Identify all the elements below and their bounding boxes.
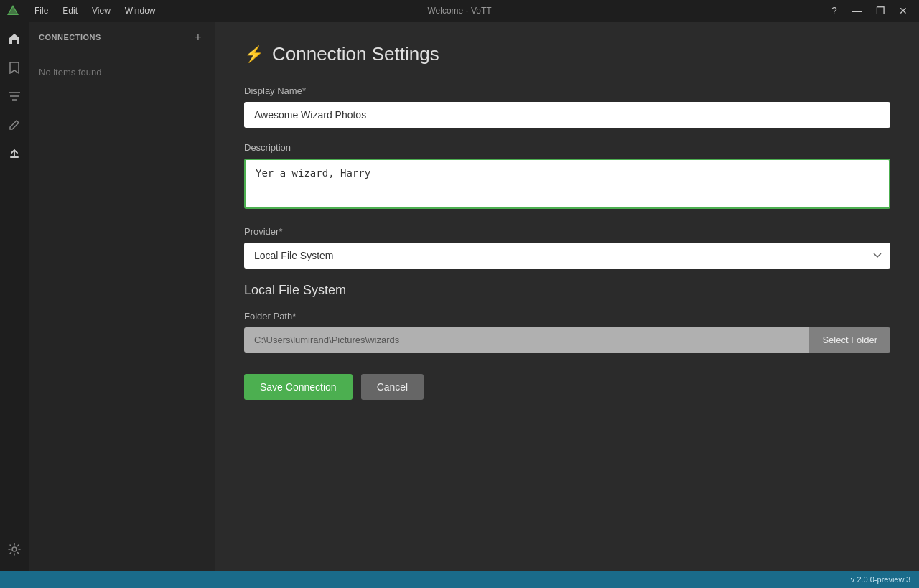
page-title: Connection Settings <box>272 43 439 65</box>
sidebar-filter-btn[interactable] <box>1 83 27 109</box>
folder-path-group: Folder Path* Select Folder <box>244 311 890 353</box>
version-text: v 2.0.0-preview.3 <box>851 575 910 584</box>
panel-sidebar-empty: No items found <box>29 52 215 92</box>
form-actions: Save Connection Cancel <box>244 374 890 400</box>
display-name-group: Display Name* <box>244 85 890 128</box>
description-textarea[interactable] <box>244 159 890 209</box>
main-layout: CONNECTIONS + No items found ⚡ Connectio… <box>0 22 919 571</box>
menu-file[interactable]: File <box>29 3 54 19</box>
menu-bar: File Edit View Window <box>29 3 162 19</box>
menu-view[interactable]: View <box>86 3 116 19</box>
description-group: Description <box>244 142 890 212</box>
description-label: Description <box>244 142 890 153</box>
maximize-button[interactable]: ❐ <box>870 3 890 19</box>
display-name-label: Display Name* <box>244 85 890 96</box>
status-bar: v 2.0.0-preview.3 <box>0 571 919 588</box>
menu-window[interactable]: Window <box>119 3 162 19</box>
help-button[interactable]: ? <box>824 3 844 19</box>
display-name-input[interactable] <box>244 102 890 128</box>
panel-sidebar-add-btn[interactable]: + <box>191 30 205 45</box>
folder-path-label: Folder Path* <box>244 311 890 322</box>
save-connection-button[interactable]: Save Connection <box>244 374 353 400</box>
menu-edit[interactable]: Edit <box>57 3 83 19</box>
svg-rect-5 <box>10 156 19 158</box>
svg-point-6 <box>12 547 17 551</box>
sidebar-bookmark-btn[interactable] <box>1 55 27 80</box>
select-folder-button[interactable]: Select Folder <box>809 327 890 353</box>
icon-sidebar <box>0 22 29 571</box>
title-bar-controls: ? — ❐ ✕ <box>824 3 913 19</box>
sidebar-home-btn[interactable] <box>1 26 27 52</box>
close-button[interactable]: ✕ <box>893 3 913 19</box>
app-logo <box>6 4 20 18</box>
sidebar-settings-btn[interactable] <box>1 536 27 562</box>
folder-path-input[interactable] <box>244 327 809 353</box>
title-bar-left: File Edit View Window <box>6 3 162 19</box>
provider-select[interactable]: Local File System Azure Blob Storage Bin… <box>244 243 890 269</box>
cancel-button[interactable]: Cancel <box>361 374 424 400</box>
app-title: Welcome - VoTT <box>427 6 491 16</box>
provider-group: Provider* Local File System Azure Blob S… <box>244 226 890 269</box>
sidebar-connection-btn[interactable] <box>1 141 27 167</box>
panel-sidebar: CONNECTIONS + No items found <box>29 22 215 571</box>
sidebar-edit-btn[interactable] <box>1 112 27 138</box>
panel-sidebar-header: CONNECTIONS + <box>29 22 215 52</box>
subsection-title: Local File System <box>244 283 890 298</box>
main-content: ⚡ Connection Settings Display Name* Desc… <box>215 22 919 571</box>
panel-sidebar-title: CONNECTIONS <box>39 33 101 42</box>
provider-label: Provider* <box>244 226 890 237</box>
minimize-button[interactable]: — <box>847 3 867 19</box>
page-header: ⚡ Connection Settings <box>244 43 890 65</box>
connection-settings-icon: ⚡ <box>244 45 263 64</box>
folder-path-row: Select Folder <box>244 327 890 353</box>
title-bar: File Edit View Window Welcome - VoTT ? —… <box>0 0 919 22</box>
